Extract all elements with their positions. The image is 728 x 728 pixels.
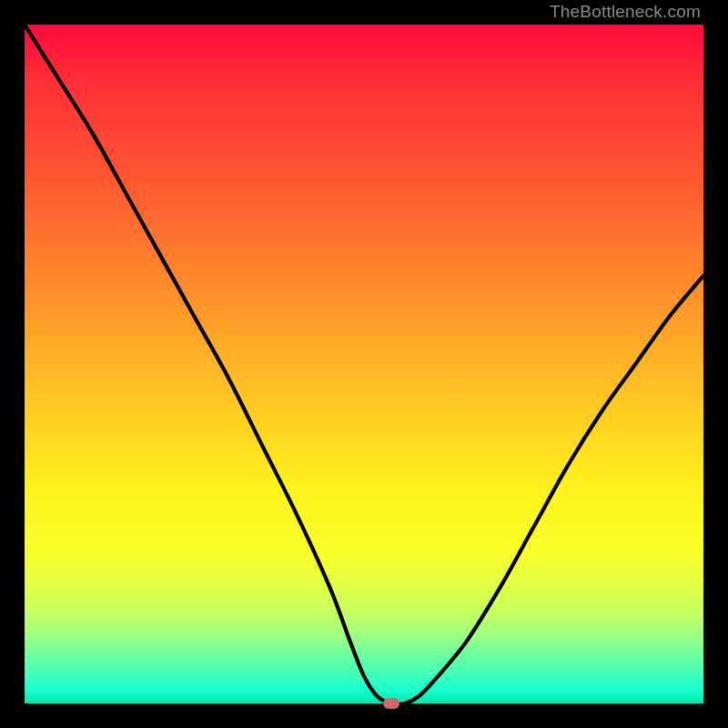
minimum-marker: [383, 698, 399, 709]
watermark-label: TheBottleneck.com: [550, 2, 701, 22]
bottleneck-curve: [25, 25, 703, 703]
plot-area: [25, 25, 703, 703]
chart-frame: TheBottleneck.com: [0, 0, 728, 728]
